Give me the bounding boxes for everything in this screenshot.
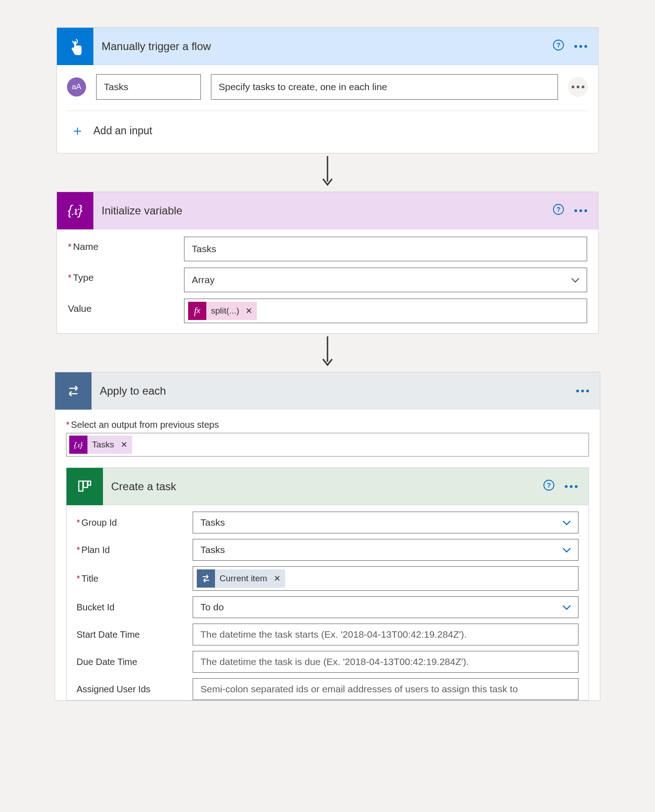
input-description-field[interactable]: [211, 74, 558, 100]
trigger-body: aA ＋ Add an input: [57, 65, 598, 153]
type-select[interactable]: [184, 268, 587, 292]
more-menu-icon[interactable]: [576, 390, 589, 392]
trigger-header[interactable]: Manually trigger a flow ?: [57, 28, 598, 65]
loop-icon: [197, 569, 215, 588]
create-task-title: Create a task: [103, 480, 543, 493]
value-input[interactable]: fx split(...) ✕: [184, 299, 587, 323]
svg-rect-9: [79, 481, 83, 491]
bucket-id-select[interactable]: [193, 596, 578, 618]
connector-arrow: [55, 334, 600, 372]
init-variable-title: Initialize variable: [93, 204, 553, 217]
apply-to-each-card: Apply to each *Select an output from pre…: [55, 372, 600, 701]
apply-to-each-header[interactable]: Apply to each: [55, 372, 600, 410]
trigger-title: Manually trigger a flow: [93, 40, 553, 53]
variable-icon: {𝑥}: [69, 436, 87, 454]
remove-token-icon[interactable]: ✕: [272, 569, 285, 588]
svg-text:?: ?: [547, 481, 551, 489]
remove-token-icon[interactable]: ✕: [119, 436, 132, 454]
name-input[interactable]: [184, 237, 587, 261]
text-type-icon: aA: [67, 77, 86, 96]
plus-icon: ＋: [71, 124, 84, 137]
bucket-id-label: Bucket Id: [77, 602, 193, 613]
plan-id-label: *Plan Id: [77, 545, 193, 555]
title-label: *Title: [77, 573, 193, 584]
due-date-label: Due Date Time: [77, 657, 193, 667]
value-label: Value: [68, 299, 184, 314]
select-output-input[interactable]: {𝑥} Tasks ✕: [66, 433, 589, 457]
planner-icon: [67, 468, 103, 505]
plan-id-select[interactable]: [193, 539, 578, 561]
expression-token[interactable]: fx split(...) ✕: [188, 302, 257, 320]
group-id-label: *Group Id: [77, 518, 193, 528]
apply-to-each-title: Apply to each: [92, 385, 576, 397]
svg-rect-11: [88, 481, 91, 485]
create-task-card: Create a task ? *Group Id *P: [66, 467, 589, 700]
more-menu-icon[interactable]: [565, 485, 578, 488]
variable-icon: {𝑥}: [57, 192, 93, 229]
assigned-label: Assigned User Ids: [77, 684, 193, 695]
title-input[interactable]: Current item ✕: [193, 566, 578, 591]
start-date-input[interactable]: [193, 624, 578, 645]
svg-rect-10: [83, 481, 87, 487]
svg-text:{𝑥}: {𝑥}: [67, 203, 82, 218]
due-date-input[interactable]: [193, 651, 578, 673]
group-id-select[interactable]: [193, 512, 578, 533]
touch-icon: [57, 28, 93, 65]
init-variable-header[interactable]: {𝑥} Initialize variable ?: [57, 192, 598, 229]
input-name-field[interactable]: [96, 74, 201, 100]
more-menu-icon[interactable]: [574, 45, 587, 48]
remove-token-icon[interactable]: ✕: [244, 302, 257, 320]
start-date-label: Start Date Time: [77, 629, 193, 640]
init-variable-card: {𝑥} Initialize variable ? *Name *Type Va…: [56, 192, 599, 334]
trigger-card: Manually trigger a flow ? aA ＋ Add an in…: [56, 27, 599, 153]
help-icon[interactable]: ?: [553, 39, 564, 53]
connector-arrow: [55, 153, 600, 192]
svg-text:{𝑥}: {𝑥}: [74, 441, 83, 449]
add-input-button[interactable]: ＋ Add an input: [67, 111, 588, 142]
create-task-header[interactable]: Create a task ?: [67, 468, 588, 505]
variable-token[interactable]: {𝑥} Tasks ✕: [69, 436, 132, 454]
svg-text:?: ?: [556, 205, 560, 213]
loop-icon: [55, 372, 92, 410]
assigned-input[interactable]: [193, 678, 578, 700]
fx-icon: fx: [188, 302, 206, 320]
input-more-button[interactable]: [568, 77, 588, 97]
help-icon[interactable]: ?: [553, 203, 564, 218]
select-output-label: *Select an output from previous steps: [66, 420, 589, 430]
add-input-label: Add an input: [93, 125, 152, 137]
type-label: *Type: [68, 268, 184, 283]
svg-text:?: ?: [556, 41, 560, 49]
more-menu-icon[interactable]: [574, 209, 587, 212]
current-item-token[interactable]: Current item ✕: [197, 569, 285, 588]
name-label: *Name: [68, 237, 184, 252]
help-icon[interactable]: ?: [543, 479, 555, 493]
